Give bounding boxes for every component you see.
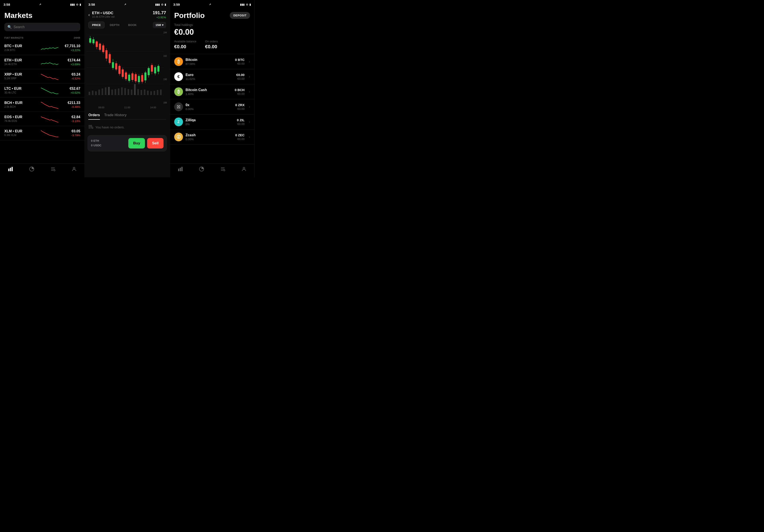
market-item-btceur[interactable]: BTC • EUR 2.0k BTC €7,731.10 +3.22% (0, 41, 85, 55)
nav-orders-portfolio[interactable] (220, 166, 225, 173)
market-info-etheur: ETH • EUR 34.4k ETH (4, 58, 39, 66)
tab-price[interactable]: PRICE (88, 22, 104, 28)
zil-chevron-icon: › (249, 120, 250, 124)
svg-rect-58 (89, 92, 90, 95)
asset-item-zil[interactable]: Z Zilliqa 0% 0 ZIL €0.00 › (170, 114, 255, 129)
market-item-ltceur[interactable]: LTC • EUR 30.4k LTC €52.67 +0.02% (0, 83, 85, 98)
bitcoin-name: Bitcoin (186, 58, 233, 62)
orders-tab-history[interactable]: Trade History (104, 113, 126, 117)
signal-icon-portfolio: ▮▮▮ (240, 3, 245, 6)
timeframe-label: 15M (155, 23, 161, 27)
svg-rect-55 (154, 67, 156, 73)
chart-pair-title: ETH • USDC (92, 11, 150, 15)
bch-chevron-icon: › (249, 90, 250, 94)
euro-pct: 11.02% (186, 77, 234, 80)
market-pair-ltceur: LTC • EUR (4, 87, 39, 91)
markets-panel: 3:58 ↗ ▮▮▮ ⊙ ▮ Markets 🔍 FIAT MARKETS 24… (0, 0, 85, 177)
buy-button[interactable]: Buy (128, 138, 145, 149)
deposit-button[interactable]: DEPOSIT (230, 12, 250, 19)
asset-item-bitcoin[interactable]: ₿ Bitcoin 87.58% 0 BTC €0.00 › (170, 54, 255, 69)
chart-header: ‹ ETH • USDC 10.4k ETH 24hr vol 191.77 +… (85, 8, 169, 22)
orders-tabs: Orders Trade History (88, 113, 166, 119)
nav-profile-icon[interactable] (72, 166, 77, 173)
nav-portfolio-portfolio[interactable] (199, 166, 204, 173)
total-holdings-label: Total holdings (170, 21, 255, 27)
market-item-bcheur[interactable]: BCH • EUR 2.5k BCH €211.33 -0.48% (0, 98, 85, 112)
nav-markets-icon[interactable] (8, 166, 13, 173)
market-pair-bcheur: BCH • EUR (4, 101, 39, 105)
market-item-xlmeur[interactable]: XLM • EUR 6.3M XLM €0.05 -3.78% (0, 126, 85, 140)
search-icon: 🔍 (7, 25, 12, 29)
status-icons-markets: ▮▮▮ ⊙ ▮ (70, 3, 81, 6)
svg-point-8 (73, 167, 75, 169)
svg-rect-53 (151, 65, 153, 71)
sparkline-btceur (41, 44, 58, 52)
euro-info: Euro 11.02% (186, 73, 234, 80)
sparkline-eoseur (41, 114, 58, 123)
available-balance-col: Available balance €0.00 (174, 40, 197, 50)
svg-rect-69 (124, 88, 126, 95)
status-icons-chart: ▮▮▮ ⊙ ▮ (155, 3, 166, 6)
asset-item-bch[interactable]: ₿ Bitcoin Cash 1.40% 0 BCH €0.00 › (170, 84, 255, 99)
market-price-info-ltceur: €52.67 +0.02% (61, 87, 80, 94)
zrx-icon (174, 102, 183, 111)
svg-rect-72 (134, 84, 136, 95)
market-item-etheur[interactable]: ETH • EUR 34.4k ETH €174.44 +3.69% (0, 55, 85, 69)
market-info-btceur: BTC • EUR 2.0k BTC (4, 44, 39, 52)
on-orders-col: On orders €0.00 (205, 40, 218, 50)
asset-item-zrx[interactable]: 0x 0.00% 0 ZRX €0.00 › (170, 99, 255, 114)
bitcoin-icon: ₿ (174, 57, 183, 66)
svg-rect-31 (115, 63, 117, 69)
asset-item-euro[interactable]: € Euro 11.02% €0.00 €0.00 › (170, 69, 255, 84)
svg-rect-91 (181, 167, 183, 171)
svg-rect-79 (157, 90, 158, 95)
tab-depth[interactable]: DEPTH (106, 22, 123, 28)
chart-current-price: 191.77 (153, 10, 166, 15)
bch-name: Bitcoin Cash (186, 88, 232, 92)
market-price-info-xrpeur: €0.24 -4.52% (61, 72, 80, 80)
markets-title: Markets (4, 11, 80, 20)
market-price-etheur: €174.44 (61, 58, 80, 62)
market-price-info-xlmeur: €0.05 -3.78% (61, 129, 80, 137)
nav-portfolio-icon[interactable] (29, 166, 34, 173)
market-price-xlmeur: €0.05 (61, 129, 80, 133)
nav-profile-portfolio[interactable] (241, 166, 247, 173)
market-change-bcheur: -0.48% (61, 105, 80, 108)
chart-panel: 3:58 ↗ ▮▮▮ ⊙ ▮ ‹ ETH • USDC 10.4k ETH 24… (85, 0, 170, 177)
svg-line-85 (93, 128, 93, 129)
trade-balances: 0 ETH 0 USDC (91, 139, 126, 148)
orders-tab-orders[interactable]: Orders (88, 113, 100, 120)
portfolio-panel: 3:59 ↗ ▮▮▮ ⊙ ▮ Portfolio DEPOSIT Total h… (170, 0, 255, 177)
sell-button[interactable]: Sell (147, 138, 163, 149)
chart-price-info: 191.77 +3.91% (153, 10, 166, 19)
back-button[interactable]: ‹ (88, 12, 90, 17)
svg-rect-66 (114, 89, 116, 95)
market-vol-bcheur: 2.5k BCH (4, 105, 39, 108)
total-holdings-value: €0.00 (170, 27, 255, 40)
search-input[interactable] (14, 25, 77, 29)
balance-row: Available balance €0.00 On orders €0.00 (170, 40, 255, 54)
market-item-xrpeur[interactable]: XRP • EUR 5.1M XRP €0.24 -4.52% (0, 69, 85, 83)
nav-markets-portfolio[interactable] (178, 166, 183, 173)
wifi-icon-chart: ⊙ (161, 3, 163, 6)
market-price-bcheur: €211.33 (61, 101, 80, 105)
markets-header: Markets 🔍 (0, 8, 85, 37)
euro-balance: €0.00 €0.00 (236, 73, 245, 80)
market-vol-btceur: 2.0k BTC (4, 49, 39, 52)
svg-rect-71 (131, 89, 132, 95)
trade-bar: 0 ETH 0 USDC Buy Sell (88, 135, 167, 152)
no-orders-message: You have no orders. (88, 122, 166, 132)
market-price-info-etheur: €174.44 +3.69% (61, 58, 80, 66)
euro-name: Euro (186, 73, 234, 77)
timeframe-button[interactable]: 15M ▾ (153, 22, 166, 28)
chart-pair-info: ETH • USDC 10.4k ETH 24hr vol (92, 11, 150, 18)
nav-orders-icon[interactable] (50, 166, 56, 173)
market-item-eoseur[interactable]: EOS • EUR 76.9k EOS €2.84 -3.10% (0, 112, 85, 126)
svg-rect-0 (8, 169, 9, 171)
asset-item-zec[interactable]: Ⓩ Zcash 0.00% 0 ZEC €0.00 › (170, 129, 255, 145)
search-bar[interactable]: 🔍 (4, 23, 80, 31)
tab-book[interactable]: BOOK (124, 22, 140, 28)
svg-rect-62 (101, 88, 103, 95)
svg-rect-80 (160, 89, 161, 95)
zec-amount: 0 ZEC (235, 133, 245, 137)
